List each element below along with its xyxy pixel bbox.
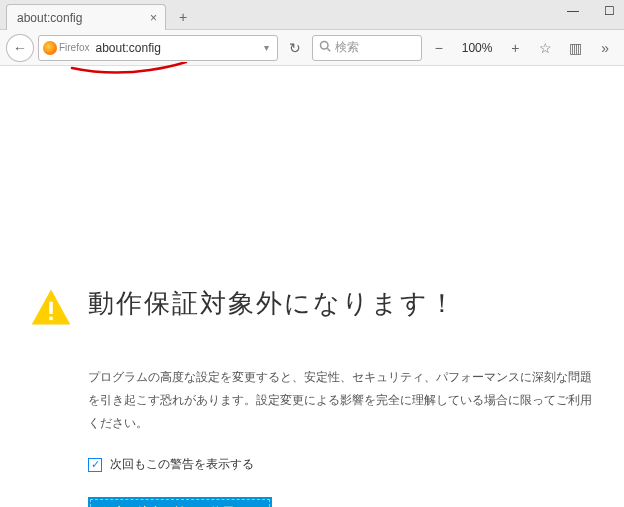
page-content: 動作保証対象外になります！ プログラムの高度な設定を変更すると、安定性、セキュリ… — [0, 66, 624, 507]
svg-rect-3 — [49, 317, 53, 321]
tab-title: about:config — [17, 11, 148, 25]
search-icon — [319, 40, 331, 55]
firefox-icon — [43, 41, 57, 55]
browser-tab[interactable]: about:config × — [6, 4, 166, 30]
reload-button[interactable]: ↻ — [282, 35, 308, 61]
toolbar: ← Firefox about:config ▾ ↻ 検索 − 100% + ☆… — [0, 30, 624, 66]
warning-body: プログラムの高度な設定を変更すると、安定性、セキュリティ、パフォーマンスに深刻な… — [88, 366, 594, 434]
maximize-button[interactable]: ☐ — [598, 2, 620, 20]
svg-point-0 — [320, 42, 328, 50]
url-bar[interactable]: Firefox about:config ▾ — [38, 35, 278, 61]
back-button[interactable]: ← — [6, 34, 34, 62]
zoom-level: 100% — [456, 41, 499, 55]
new-tab-button[interactable]: + — [170, 6, 196, 28]
accept-risk-button[interactable]: 細心の注意を払って使用する — [88, 497, 272, 507]
show-warning-checkbox-row[interactable]: ✓ 次回もこの警告を表示する — [88, 456, 594, 473]
svg-line-1 — [327, 48, 330, 51]
warning-title: 動作保証対象外になります！ — [88, 286, 457, 321]
close-tab-icon[interactable]: × — [148, 11, 159, 25]
checkbox-icon[interactable]: ✓ — [88, 458, 102, 472]
zoom-in-button[interactable]: + — [502, 35, 528, 61]
search-placeholder: 検索 — [335, 39, 359, 56]
bookmark-star-icon[interactable]: ☆ — [532, 35, 558, 61]
minimize-button[interactable]: — — [562, 2, 584, 20]
overflow-menu-icon[interactable]: » — [592, 35, 618, 61]
window-controls: — ☐ — [562, 2, 620, 20]
warning-icon — [30, 286, 72, 332]
zoom-out-button[interactable]: − — [426, 35, 452, 61]
svg-rect-2 — [49, 302, 53, 314]
checkbox-label: 次回もこの警告を表示する — [110, 456, 254, 473]
url-text: about:config — [95, 41, 259, 55]
url-dropdown-icon[interactable]: ▾ — [260, 42, 273, 53]
identity-label: Firefox — [59, 42, 90, 53]
search-bar[interactable]: 検索 — [312, 35, 422, 61]
titlebar: about:config × + — ☐ — [0, 0, 624, 30]
library-icon[interactable]: ▥ — [562, 35, 588, 61]
